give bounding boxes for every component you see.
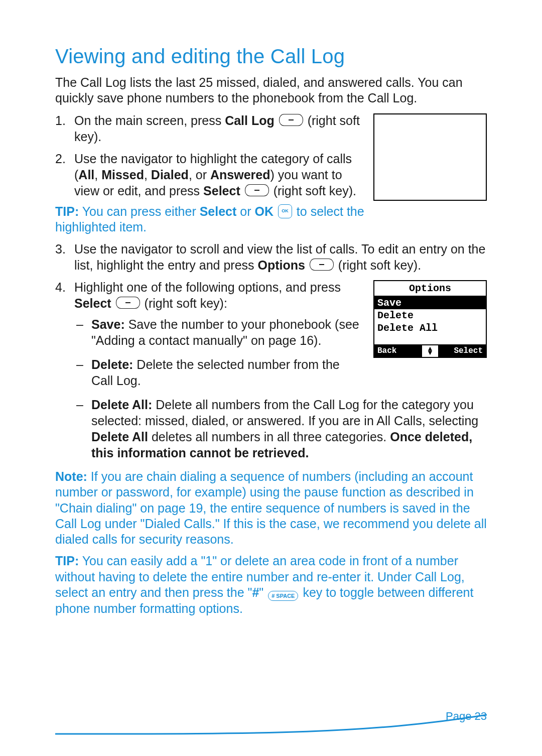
step-1: On the main screen, press Call Log (righ…	[55, 112, 487, 145]
intro-paragraph: The Call Log lists the last 25 missed, d…	[55, 75, 487, 106]
option-save: Save: Save the number to your phonebook …	[74, 316, 487, 348]
steps-list: On the main screen, press Call Log (righ…	[55, 112, 487, 461]
softkey-icon	[116, 297, 140, 309]
screen-title: Options	[374, 281, 486, 297]
softkey-icon	[310, 259, 334, 271]
hash-space-key-icon: # SPACE	[268, 591, 298, 601]
softkey-icon	[279, 114, 303, 126]
step-3: Use the navigator to scroll and view the…	[55, 241, 487, 273]
footer-swoosh-icon	[55, 712, 487, 735]
tip-1: TIP: You can press either Select or OK t…	[55, 204, 487, 235]
ok-key-icon	[278, 204, 292, 218]
page-number: Page 23	[446, 710, 487, 723]
options-sublist: Save: Save the number to your phonebook …	[74, 316, 487, 461]
step-4: Options Save Delete Delete All Back ▲▼ S…	[55, 279, 487, 461]
option-delete-all: Delete All: Delete all numbers from the …	[74, 397, 487, 461]
softkey-icon	[245, 184, 269, 196]
section-heading: Viewing and editing the Call Log	[55, 45, 487, 68]
option-delete: Delete: Delete the selected number from …	[74, 356, 487, 389]
step-2: Use the navigator to highlight the categ…	[55, 151, 487, 235]
note-paragraph: Note: If you are chain dialing a sequenc…	[55, 469, 487, 547]
screen-item-save: Save	[374, 297, 486, 309]
tip-2: TIP: You can easily add a "1" or delete …	[55, 553, 487, 616]
